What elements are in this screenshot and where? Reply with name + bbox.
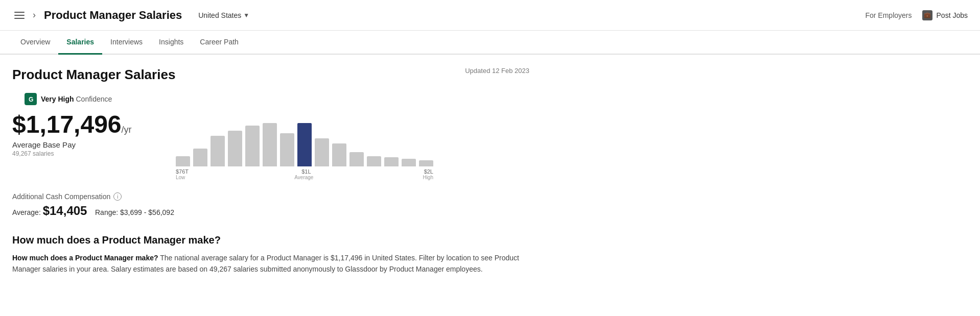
header: › Product Manager Salaries United States…: [0, 0, 980, 31]
confidence-level: Very High: [41, 95, 74, 103]
tab-insights[interactable]: Insights: [151, 31, 192, 55]
histogram-bar-12: [384, 157, 399, 166]
back-arrow-icon[interactable]: ›: [33, 10, 36, 20]
hamburger-icon[interactable]: [12, 10, 27, 21]
chevron-down-icon: ▼: [243, 12, 249, 19]
header-page-title: Product Manager Salaries: [44, 9, 182, 22]
updated-text: Updated 12 Feb 2023: [465, 67, 529, 75]
salary-value: $1,17,496: [12, 111, 122, 138]
histogram-wrapper: $76T $1L $2L Low Average High: [176, 111, 433, 180]
histogram-bar-9: [332, 143, 346, 166]
how-much-section: How much does a Product Manager make? Ho…: [12, 234, 529, 275]
salary-section: $1,17,496/yr Average Base Pay 49,267 sal…: [12, 111, 529, 180]
content-header: Product Manager Salaries Updated 12 Feb …: [12, 67, 529, 83]
tab-interviews[interactable]: Interviews: [102, 31, 151, 55]
main-content: Product Manager Salaries Updated 12 Feb …: [0, 55, 542, 275]
hist-high-sub: High: [423, 175, 433, 180]
histogram-bar-1: [193, 149, 207, 166]
post-jobs-button[interactable]: 💼 Post Jobs: [922, 10, 968, 20]
glassdoor-logo-icon: G: [25, 93, 37, 105]
how-much-body: How much does a Product Manager make? Th…: [12, 252, 529, 275]
histogram-bar-10: [349, 152, 364, 166]
confidence-sublabel: Confidence: [76, 95, 112, 103]
histogram-bar-6: [280, 133, 294, 166]
histogram: [176, 115, 433, 166]
location-selector[interactable]: United States ▼: [194, 9, 253, 21]
histogram-bar-13: [402, 159, 416, 166]
cash-values: Average: $14,405 Range: $3,699 - $56,092: [12, 204, 529, 218]
histogram-bar-8: [315, 138, 329, 166]
salary-base-pay-label: Average Base Pay: [12, 140, 145, 149]
nav-tabs: Overview Salaries Interviews Insights Ca…: [0, 31, 980, 55]
how-much-title: How much does a Product Manager make?: [12, 234, 529, 246]
histogram-bar-11: [367, 156, 381, 166]
confidence-badge: G Very High Confidence: [25, 93, 529, 105]
hist-high-label: $2L: [424, 168, 433, 175]
hist-low-sub: Low: [176, 175, 185, 180]
how-much-bold-intro: How much does a Product Manager make?: [12, 254, 158, 262]
tab-career-path[interactable]: Career Path: [192, 31, 246, 55]
histogram-bar-2: [211, 136, 225, 166]
additional-cash-label: Additional Cash Compensation: [12, 192, 110, 201]
histogram-sublabels: Low Average High: [176, 175, 433, 180]
histogram-bar-3: [228, 131, 242, 166]
cash-average-value: $14,405: [43, 204, 87, 217]
histogram-bar-5: [263, 123, 277, 166]
histogram-bar-4: [245, 126, 260, 166]
header-right: For Employers 💼 Post Jobs: [865, 10, 968, 20]
histogram-bar-7: [297, 123, 312, 166]
histogram-bar-0: [176, 156, 190, 166]
salary-per-yr: /yr: [122, 125, 132, 135]
cash-range-label: Range:: [95, 208, 118, 216]
tab-overview[interactable]: Overview: [12, 31, 58, 55]
info-icon[interactable]: i: [113, 192, 122, 201]
cash-average-label: Average:: [12, 208, 41, 216]
salary-amount: $1,17,496/yr: [12, 111, 145, 138]
cash-range-value: $3,699 - $56,092: [120, 208, 174, 216]
additional-cash-title: Additional Cash Compensation i: [12, 192, 529, 201]
page-main-title: Product Manager Salaries: [12, 67, 175, 83]
salary-left: $1,17,496/yr Average Base Pay 49,267 sal…: [12, 111, 145, 157]
additional-cash-section: Additional Cash Compensation i Average: …: [12, 192, 529, 226]
briefcase-icon: 💼: [922, 10, 932, 20]
histogram-bar-14: [419, 160, 433, 166]
tab-salaries[interactable]: Salaries: [58, 31, 102, 55]
histogram-labels: $76T $1L $2L: [176, 168, 433, 175]
confidence-text: Very High Confidence: [41, 95, 112, 103]
for-employers-link[interactable]: For Employers: [865, 11, 912, 19]
hist-low-label: $76T: [176, 168, 189, 175]
header-left: › Product Manager Salaries United States…: [12, 9, 865, 22]
hist-avg-label: $1L: [301, 168, 311, 175]
salary-count: 49,267 salaries: [12, 150, 145, 157]
post-jobs-label: Post Jobs: [937, 11, 968, 19]
location-label: United States: [198, 11, 241, 19]
hist-avg-sub: Average: [294, 175, 313, 180]
svg-text:G: G: [29, 96, 33, 103]
